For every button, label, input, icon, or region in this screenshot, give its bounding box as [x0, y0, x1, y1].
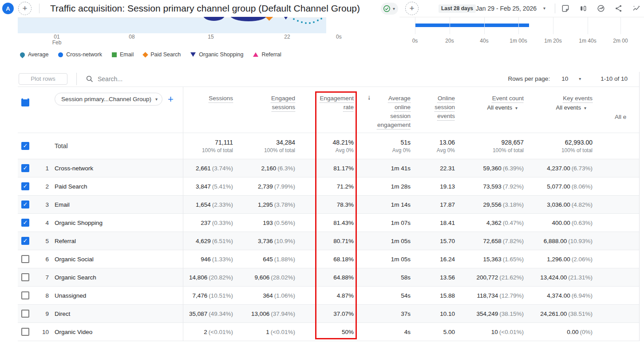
add-metric-button[interactable]: + — [405, 2, 419, 15]
report-status-pill[interactable]: ▾ — [381, 3, 398, 15]
legend-marker-icon — [58, 52, 63, 57]
column-header-cutoff: All e — [615, 113, 626, 122]
legend-label: Referral — [261, 51, 281, 58]
column-header-average-online-session-engagement[interactable]: Average online session engagement — [377, 94, 411, 130]
engagement-time-bar — [415, 24, 529, 27]
table-right-edge — [639, 72, 640, 341]
share-icon[interactable] — [614, 4, 623, 13]
metric-cell: 645(1.88%) — [238, 256, 300, 263]
metric-cell: 7,476(10.51%) — [183, 292, 238, 299]
add-comparison-button[interactable]: + — [18, 2, 32, 15]
explore-icon[interactable] — [632, 4, 641, 13]
row-checkbox[interactable] — [21, 182, 29, 190]
metric-cell: 1m 07s — [359, 220, 416, 226]
metric-cell: 400.00(0.63%) — [529, 220, 598, 226]
metric-cell: 10(<0.01%) — [460, 329, 529, 335]
row-checkbox[interactable] — [21, 200, 29, 208]
metric-cell: 16.24 — [416, 256, 460, 263]
metric-cell: 81.17% — [300, 165, 359, 172]
row-checkbox[interactable] — [21, 328, 29, 336]
row-checkbox[interactable] — [21, 164, 29, 172]
row-number: 9 — [36, 311, 53, 317]
legend-item: Cross-network — [58, 51, 102, 58]
date-range-selector[interactable]: Jan 29 - Feb 25, 2026 — [476, 0, 537, 17]
notes-icon[interactable] — [561, 4, 570, 13]
plot-rows-button[interactable]: Plot rows — [19, 73, 67, 85]
row-number: 7 — [36, 274, 53, 281]
row-checkbox[interactable] — [21, 237, 29, 245]
ga4-traffic-acquisition-report: A + Traffic acquisition: Session primary… — [0, 0, 644, 342]
chevron-down-icon: ▾ — [515, 106, 518, 110]
page-title: Traffic acquisition: Session primary cha… — [50, 0, 360, 17]
metric-cell: 54s — [359, 292, 416, 299]
rows-per-page-caret-icon[interactable]: ▾ — [579, 76, 581, 81]
column-header-engagement-rate[interactable]: Engagement rate — [320, 94, 354, 112]
metric-cell: 15,363(1.65%) — [460, 256, 529, 263]
row-checkbox[interactable] — [21, 255, 29, 263]
check-circle-icon — [383, 5, 391, 12]
row-number: 10 — [36, 329, 53, 335]
dimension-selector[interactable]: Session primary...Channel Group) ▾ — [55, 93, 162, 106]
comparisons-icon[interactable] — [579, 4, 588, 13]
metric-cell: 78.3% — [300, 201, 359, 208]
legend-marker-icon — [190, 52, 196, 57]
metric-cell: 1(<0.01%) — [238, 329, 300, 335]
metric-cell: 17.87 — [416, 201, 460, 208]
metric-cell: 29,556(3.18%) — [460, 201, 529, 208]
table-row: 5 Referral 4,629(6.51%) 3,736(10.9%) 80.… — [18, 232, 639, 250]
table-total-row: Total 71,111100% of total 34,284100% of … — [18, 133, 639, 159]
metric-cell: 4,629(6.51%) — [183, 238, 238, 244]
chevron-down-icon: ▾ — [393, 6, 395, 11]
header-divider — [555, 4, 555, 13]
column-header-event-count[interactable]: Event count — [492, 94, 524, 103]
metric-cell: 5,077.00(8.06%) — [529, 183, 598, 190]
metric-cell: 4.87% — [300, 292, 359, 299]
metric-cell: 6,888.00(10.93%) — [529, 238, 598, 244]
table-row: 1 Cross-network 2,661(3.74%) 2,160(6.3%)… — [18, 159, 639, 177]
select-all-checkbox[interactable] — [21, 98, 29, 106]
toolbar-divider — [76, 73, 77, 85]
metric-cell: 71.2% — [300, 183, 359, 190]
row-channel-name: Paid Search — [53, 183, 183, 190]
metric-cell: 59,360(6.39%) — [460, 165, 529, 172]
key-events-events-selector[interactable]: All events▾ — [529, 104, 593, 111]
table-header-row: Session primary...Channel Group) ▾ + Ses… — [18, 87, 639, 133]
date-caret-icon[interactable]: ▾ — [543, 0, 545, 17]
row-checkbox[interactable] — [21, 273, 29, 281]
row-channel-name: Cross-network — [53, 165, 183, 172]
rows-per-page-label: Rows per page: — [508, 75, 550, 82]
event-count-events-selector[interactable]: All events▾ — [460, 104, 524, 111]
column-header-online-session-events[interactable]: Online session events — [435, 94, 455, 121]
metric-cell: 10.10 — [416, 311, 460, 317]
row-checkbox[interactable] — [21, 291, 29, 299]
metric-cell: 1,296.00(2.06%) — [529, 256, 598, 263]
metric-cell: 1m 41s — [359, 165, 416, 172]
pagination-range: 1-10 of 10 — [601, 75, 628, 82]
search-input[interactable] — [98, 75, 231, 83]
column-header-engaged-sessions[interactable]: Engaged sessions — [271, 94, 295, 112]
metric-cell: 15.70 — [416, 238, 460, 244]
row-number: 5 — [36, 238, 53, 244]
column-header-sessions[interactable]: Sessions — [209, 94, 233, 103]
account-avatar[interactable]: A — [2, 3, 14, 14]
row-checkbox[interactable] — [21, 219, 29, 227]
row-channel-name: Organic Shopping — [53, 220, 183, 226]
sort-descending-icon[interactable]: ↓ — [367, 93, 371, 101]
insights-icon[interactable] — [597, 4, 605, 13]
metric-cell: 0.00(0%) — [529, 329, 598, 335]
rows-per-page-value[interactable]: 10 — [561, 75, 568, 82]
total-metric-cell: 34,284100% of total — [238, 139, 300, 153]
legend-marker-icon — [142, 52, 148, 58]
total-metric-cell: 62,993.00100% of total — [529, 139, 598, 153]
row-channel-name: Direct — [53, 311, 183, 317]
row-checkbox[interactable] — [21, 310, 29, 318]
metric-cell: 364(1.06%) — [238, 292, 300, 299]
table-rows: 1 Cross-network 2,661(3.74%) 2,160(6.3%)… — [18, 159, 639, 341]
add-dimension-button[interactable]: + — [168, 93, 174, 106]
column-header-key-events[interactable]: Key events — [563, 94, 593, 103]
metric-cell: 2,661(3.74%) — [183, 165, 238, 172]
row-number: 3 — [36, 201, 53, 208]
metric-cell: 13,424.00(21.31%) — [529, 274, 598, 281]
row-channel-name: Organic Search — [53, 274, 183, 281]
total-checkbox[interactable] — [21, 142, 29, 150]
